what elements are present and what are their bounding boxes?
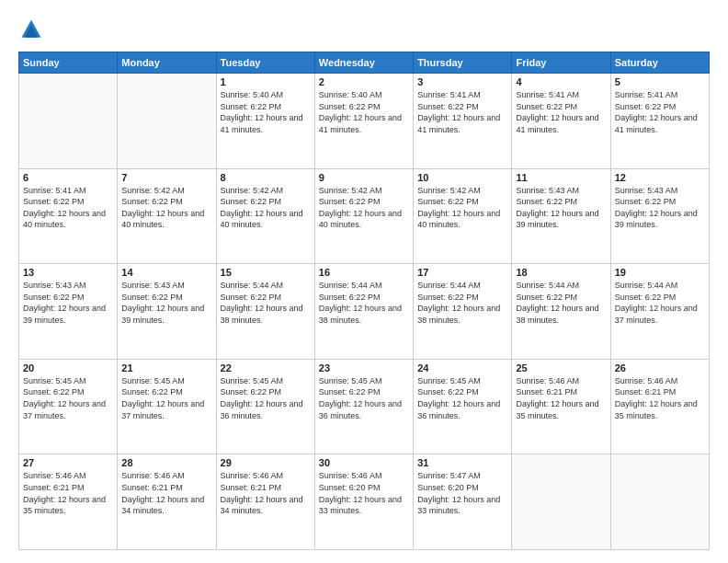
day-number: 4 xyxy=(516,76,606,87)
cell-detail: Sunrise: 5:41 AMSunset: 6:22 PMDaylight:… xyxy=(516,89,606,135)
cell-detail: Sunrise: 5:46 AMSunset: 6:21 PMDaylight:… xyxy=(516,375,606,421)
logo-icon xyxy=(18,17,44,42)
day-number: 27 xyxy=(23,457,113,468)
calendar-cell: 24Sunrise: 5:45 AMSunset: 6:22 PMDayligh… xyxy=(414,359,512,454)
calendar-cell: 23Sunrise: 5:45 AMSunset: 6:22 PMDayligh… xyxy=(314,359,413,454)
cell-detail: Sunrise: 5:43 AMSunset: 6:22 PMDaylight:… xyxy=(121,280,211,326)
cell-detail: Sunrise: 5:44 AMSunset: 6:22 PMDaylight:… xyxy=(319,280,409,326)
cell-detail: Sunrise: 5:44 AMSunset: 6:22 PMDaylight:… xyxy=(516,280,606,326)
calendar-cell: 16Sunrise: 5:44 AMSunset: 6:22 PMDayligh… xyxy=(314,264,413,360)
day-number: 23 xyxy=(319,362,409,373)
week-row-2: 6Sunrise: 5:41 AMSunset: 6:22 PMDaylight… xyxy=(19,168,710,264)
calendar-cell: 6Sunrise: 5:41 AMSunset: 6:22 PMDaylight… xyxy=(19,168,118,264)
cell-detail: Sunrise: 5:43 AMSunset: 6:22 PMDaylight:… xyxy=(516,185,606,231)
day-number: 6 xyxy=(23,172,113,183)
cell-detail: Sunrise: 5:45 AMSunset: 6:22 PMDaylight:… xyxy=(23,375,113,421)
weekday-header-saturday: Saturday xyxy=(610,52,709,74)
calendar-cell: 17Sunrise: 5:44 AMSunset: 6:22 PMDayligh… xyxy=(414,264,512,360)
calendar-cell: 12Sunrise: 5:43 AMSunset: 6:22 PMDayligh… xyxy=(610,168,709,264)
cell-detail: Sunrise: 5:42 AMSunset: 6:22 PMDaylight:… xyxy=(121,185,211,231)
day-number: 31 xyxy=(417,457,507,468)
calendar-cell: 4Sunrise: 5:41 AMSunset: 6:22 PMDaylight… xyxy=(512,74,610,169)
day-number: 18 xyxy=(516,267,606,278)
day-number: 26 xyxy=(615,362,705,373)
calendar-cell: 18Sunrise: 5:44 AMSunset: 6:22 PMDayligh… xyxy=(512,264,610,360)
day-number: 17 xyxy=(417,267,507,278)
calendar-cell xyxy=(512,454,610,550)
day-number: 25 xyxy=(516,362,606,373)
day-number: 12 xyxy=(615,172,705,183)
calendar-cell: 11Sunrise: 5:43 AMSunset: 6:22 PMDayligh… xyxy=(512,168,610,264)
calendar-cell: 13Sunrise: 5:43 AMSunset: 6:22 PMDayligh… xyxy=(19,264,118,360)
calendar-cell: 31Sunrise: 5:47 AMSunset: 6:20 PMDayligh… xyxy=(414,454,512,550)
cell-detail: Sunrise: 5:45 AMSunset: 6:22 PMDaylight:… xyxy=(121,375,211,421)
day-number: 30 xyxy=(319,457,409,468)
calendar-cell: 5Sunrise: 5:41 AMSunset: 6:22 PMDaylight… xyxy=(610,74,709,169)
cell-detail: Sunrise: 5:43 AMSunset: 6:22 PMDaylight:… xyxy=(615,185,705,231)
cell-detail: Sunrise: 5:46 AMSunset: 6:20 PMDaylight:… xyxy=(319,470,409,516)
calendar-cell: 26Sunrise: 5:46 AMSunset: 6:21 PMDayligh… xyxy=(610,359,709,454)
weekday-header-wednesday: Wednesday xyxy=(314,52,413,74)
week-row-4: 20Sunrise: 5:45 AMSunset: 6:22 PMDayligh… xyxy=(19,359,710,454)
day-number: 14 xyxy=(121,267,211,278)
weekday-header-sunday: Sunday xyxy=(19,52,118,74)
day-number: 15 xyxy=(221,267,311,278)
cell-detail: Sunrise: 5:47 AMSunset: 6:20 PMDaylight:… xyxy=(417,470,507,516)
calendar: SundayMondayTuesdayWednesdayThursdayFrid… xyxy=(18,52,710,550)
day-number: 21 xyxy=(121,362,211,373)
cell-detail: Sunrise: 5:42 AMSunset: 6:22 PMDaylight:… xyxy=(417,185,507,231)
day-number: 3 xyxy=(417,76,507,87)
calendar-cell: 30Sunrise: 5:46 AMSunset: 6:20 PMDayligh… xyxy=(314,454,413,550)
calendar-cell: 21Sunrise: 5:45 AMSunset: 6:22 PMDayligh… xyxy=(118,359,216,454)
calendar-cell xyxy=(118,74,216,169)
cell-detail: Sunrise: 5:41 AMSunset: 6:22 PMDaylight:… xyxy=(417,89,507,135)
cell-detail: Sunrise: 5:42 AMSunset: 6:22 PMDaylight:… xyxy=(319,185,409,231)
calendar-cell: 27Sunrise: 5:46 AMSunset: 6:21 PMDayligh… xyxy=(19,454,118,550)
calendar-cell: 3Sunrise: 5:41 AMSunset: 6:22 PMDaylight… xyxy=(414,74,512,169)
day-number: 28 xyxy=(121,457,211,468)
day-number: 8 xyxy=(221,172,311,183)
day-number: 19 xyxy=(615,267,705,278)
cell-detail: Sunrise: 5:45 AMSunset: 6:22 PMDaylight:… xyxy=(417,375,507,421)
calendar-cell: 8Sunrise: 5:42 AMSunset: 6:22 PMDaylight… xyxy=(216,168,314,264)
week-row-5: 27Sunrise: 5:46 AMSunset: 6:21 PMDayligh… xyxy=(19,454,710,550)
cell-detail: Sunrise: 5:44 AMSunset: 6:22 PMDaylight:… xyxy=(221,280,311,326)
calendar-cell: 1Sunrise: 5:40 AMSunset: 6:22 PMDaylight… xyxy=(216,74,314,169)
day-number: 20 xyxy=(23,362,113,373)
day-number: 9 xyxy=(319,172,409,183)
calendar-cell: 25Sunrise: 5:46 AMSunset: 6:21 PMDayligh… xyxy=(512,359,610,454)
calendar-cell: 9Sunrise: 5:42 AMSunset: 6:22 PMDaylight… xyxy=(314,168,413,264)
cell-detail: Sunrise: 5:40 AMSunset: 6:22 PMDaylight:… xyxy=(319,89,409,135)
page: SundayMondayTuesdayWednesdayThursdayFrid… xyxy=(0,0,728,563)
calendar-cell: 15Sunrise: 5:44 AMSunset: 6:22 PMDayligh… xyxy=(216,264,314,360)
cell-detail: Sunrise: 5:42 AMSunset: 6:22 PMDaylight:… xyxy=(221,185,311,231)
cell-detail: Sunrise: 5:46 AMSunset: 6:21 PMDaylight:… xyxy=(121,470,211,516)
cell-detail: Sunrise: 5:41 AMSunset: 6:22 PMDaylight:… xyxy=(23,185,113,231)
cell-detail: Sunrise: 5:46 AMSunset: 6:21 PMDaylight:… xyxy=(221,470,311,516)
day-number: 29 xyxy=(221,457,311,468)
cell-detail: Sunrise: 5:45 AMSunset: 6:22 PMDaylight:… xyxy=(319,375,409,421)
cell-detail: Sunrise: 5:44 AMSunset: 6:22 PMDaylight:… xyxy=(417,280,507,326)
day-number: 5 xyxy=(615,76,705,87)
week-row-1: 1Sunrise: 5:40 AMSunset: 6:22 PMDaylight… xyxy=(19,74,710,169)
day-number: 1 xyxy=(221,76,311,87)
header xyxy=(18,17,710,42)
week-row-3: 13Sunrise: 5:43 AMSunset: 6:22 PMDayligh… xyxy=(19,264,710,360)
day-number: 24 xyxy=(417,362,507,373)
calendar-cell: 28Sunrise: 5:46 AMSunset: 6:21 PMDayligh… xyxy=(118,454,216,550)
calendar-cell: 14Sunrise: 5:43 AMSunset: 6:22 PMDayligh… xyxy=(118,264,216,360)
calendar-cell: 10Sunrise: 5:42 AMSunset: 6:22 PMDayligh… xyxy=(414,168,512,264)
calendar-cell: 22Sunrise: 5:45 AMSunset: 6:22 PMDayligh… xyxy=(216,359,314,454)
calendar-cell: 7Sunrise: 5:42 AMSunset: 6:22 PMDaylight… xyxy=(118,168,216,264)
cell-detail: Sunrise: 5:40 AMSunset: 6:22 PMDaylight:… xyxy=(221,89,311,135)
weekday-header-tuesday: Tuesday xyxy=(216,52,314,74)
weekday-header-thursday: Thursday xyxy=(414,52,512,74)
day-number: 10 xyxy=(417,172,507,183)
day-number: 7 xyxy=(121,172,211,183)
calendar-cell: 19Sunrise: 5:44 AMSunset: 6:22 PMDayligh… xyxy=(610,264,709,360)
cell-detail: Sunrise: 5:45 AMSunset: 6:22 PMDaylight:… xyxy=(221,375,311,421)
day-number: 13 xyxy=(23,267,113,278)
cell-detail: Sunrise: 5:46 AMSunset: 6:21 PMDaylight:… xyxy=(23,470,113,516)
cell-detail: Sunrise: 5:44 AMSunset: 6:22 PMDaylight:… xyxy=(615,280,705,326)
cell-detail: Sunrise: 5:43 AMSunset: 6:22 PMDaylight:… xyxy=(23,280,113,326)
